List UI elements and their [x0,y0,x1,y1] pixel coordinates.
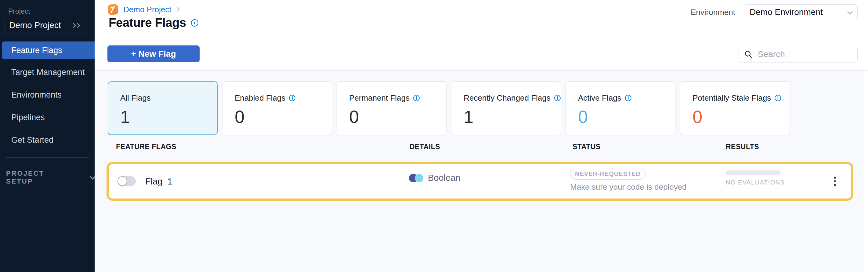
feature-flags-page: Project Demo Project Feature Flags Targe… [0,0,868,272]
breadcrumb-chevron-icon [175,7,179,11]
toolbar: + New Flag [95,37,868,71]
environment-select[interactable]: Demo Environment [744,4,858,20]
evaluations-progress-bar [726,170,781,175]
stat-card-active-flags[interactable]: Active Flags 0 [565,81,675,135]
search-icon [744,50,753,59]
new-flag-button[interactable]: + New Flag [107,45,199,62]
column-header-results: RESULTS [726,143,759,151]
stats-row: All Flags 1 Enabled Flags 0 Permanent Fl… [108,81,790,135]
sidebar-item-label: Pipelines [11,113,45,122]
column-header-status: STATUS [572,143,601,151]
sidebar-item-label: Environments [11,90,62,100]
stat-card-recently-changed-flags[interactable]: Recently Changed Flags 1 [451,81,561,135]
status-badge: NEVER-REQUESTED [570,169,646,180]
page-header: Demo Project Feature Flags Environment D… [95,0,868,37]
search-input[interactable] [758,49,849,59]
stat-card-potentially-stale-flags[interactable]: Potentially Stale Flags 0 [680,81,790,135]
project-setup-label: PROJECT SETUP [6,170,73,185]
sidebar-item-get-started[interactable]: Get Started [0,131,95,149]
column-header-feature-flags: FEATURE FLAGS [116,143,177,151]
project-label: Project [8,7,30,15]
sidebar-item-environments[interactable]: Environments [0,86,95,104]
flag-enabled-toggle[interactable] [118,176,136,186]
harness-feature-flags-logo-icon [107,3,119,15]
table-row-flag-1[interactable]: Flag_1 Boolean NEVER-REQUESTED Make sure… [106,162,854,201]
sidebar-item-label: Get Started [11,135,54,145]
sidebar-item-pipelines[interactable]: Pipelines [0,108,95,126]
chevron-down-icon [847,9,853,14]
search-box [739,46,858,63]
sidebar-item-label: Feature Flags [11,46,62,55]
column-header-details: DETAILS [410,143,440,151]
flag-details-cell: Boolean [409,173,460,183]
toggle-knob [118,176,127,186]
chevron-down-icon [90,174,95,179]
info-icon[interactable] [775,95,781,101]
breadcrumb-project-link[interactable]: Demo Project [123,5,172,14]
stat-label: Enabled Flags [235,93,285,103]
breadcrumb: Demo Project [107,3,179,15]
sidebar: Project Demo Project Feature Flags Targe… [0,0,95,272]
stat-value: 0 [235,106,332,127]
stat-card-enabled-flags[interactable]: Enabled Flags 0 [222,81,332,135]
stat-label: Potentially Stale Flags [692,93,771,103]
results-text: NO EVALUATIONS [726,179,785,186]
environment-label: Environment [691,8,735,17]
project-setup-section-toggle[interactable]: PROJECT SETUP [6,170,95,185]
row-options-menu-button[interactable] [829,173,841,190]
stat-value: 1 [464,106,561,127]
project-selector[interactable]: Demo Project [5,18,83,33]
flag-results-cell: NO EVALUATIONS [726,170,785,186]
project-selector-value: Demo Project [5,21,61,30]
flag-status-cell: NEVER-REQUESTED Make sure your code is d… [570,169,687,192]
sidebar-item-target-management[interactable]: Target Management [0,63,95,81]
stat-label: Active Flags [578,93,621,103]
flag-name[interactable]: Flag_1 [145,176,173,186]
stat-label: Recently Changed Flags [464,93,551,103]
double-chevron-right-icon [72,24,79,27]
sidebar-divider [5,157,89,158]
stat-value: 0 [349,106,446,127]
scrollbar-track[interactable] [864,71,868,272]
stat-label: Permanent Flags [349,93,410,103]
stat-label: All Flags [120,93,151,103]
sidebar-item-label: Target Management [11,68,85,77]
content-area: All Flags 1 Enabled Flags 0 Permanent Fl… [95,71,868,272]
stat-card-permanent-flags[interactable]: Permanent Flags 0 [337,81,446,135]
page-title: Feature Flags [108,16,186,30]
info-icon[interactable] [625,95,631,101]
info-icon[interactable] [413,95,420,101]
sidebar-item-feature-flags[interactable]: Feature Flags [2,41,95,59]
status-text: Make sure your code is deployed [570,182,687,192]
info-icon[interactable] [554,95,561,101]
flag-type: Boolean [428,173,460,183]
stat-value: 0 [578,106,675,127]
stat-card-all-flags[interactable]: All Flags 1 [108,81,218,135]
info-icon[interactable] [289,95,296,101]
page-title-info-icon[interactable] [191,19,198,27]
environment-select-value: Demo Environment [744,7,823,17]
boolean-type-icon [409,173,424,183]
stat-value: 0 [692,106,789,127]
stat-value: 1 [120,106,217,127]
